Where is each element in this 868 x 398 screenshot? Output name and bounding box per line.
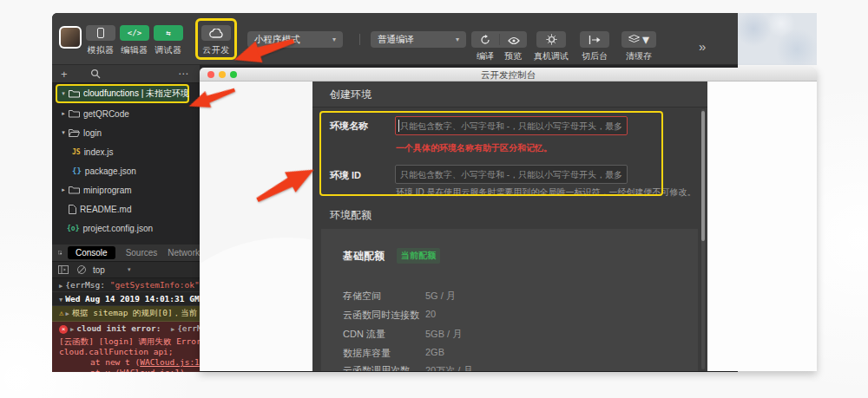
eye-icon [508,36,520,45]
tree-item-label: miniprogram [83,186,132,195]
log-error-head[interactable]: ×▶cloud init error: ▶{errMsg: [52,322,200,336]
desktop-texture [738,13,817,65]
caret-right-icon: ▸ [59,110,68,117]
minimize-button[interactable] [219,71,226,78]
switch-background-icon [589,36,601,44]
text-cursor [398,120,399,132]
compile-label: 编译 [471,50,499,62]
close-button[interactable] [207,71,214,78]
modal-scrollbar[interactable] [701,109,705,369]
caret-down-icon: ▾ [59,129,68,136]
config-file-icon: {o} [67,225,79,232]
compile-button[interactable] [471,34,499,45]
tab-sources[interactable]: Sources [126,248,158,258]
stack-line: [云函数] [login] 调用失败 Error: [52,336,200,346]
quota-section-title: 环境配额 [330,208,372,223]
quota-row: 云函数调用次数 20万次 / 月 [343,364,673,371]
modal-title: 创建环境 [312,82,707,108]
file-icon [69,205,76,214]
env-name-label: 环境名称 [330,120,368,133]
tree-item-packagejson[interactable]: {} package.json [52,161,200,180]
stack-line: cloud.callFunction api; [52,346,200,356]
window-titlebar[interactable]: 云开发控制台 [200,68,817,82]
toolbar-overflow-button[interactable]: » [699,39,704,54]
tree-item-label: login [83,128,102,138]
console-log-list: ▶{errMsg: "getSystemInfo:ok", ▼Wed Aug 1… [52,278,200,372]
tree-item-projectconfig[interactable]: {o} project.config.json [52,219,200,238]
compile-mode-select[interactable]: 普通编译 ▾ [371,31,466,48]
cloud-console-window: 云开发控制台 创建环境 环境名称 一个具体的环境名称有助于区分和记忆。 环境 I… [200,68,817,371]
chevron-down-icon: ▾ [456,36,459,43]
quota-row: CDN 流量 5GB / 月 [343,328,673,341]
log-sysinfo[interactable]: ▶{errMsg: "getSystemInfo:ok", [52,278,200,292]
folder-icon [69,109,80,118]
add-file-button[interactable]: + [61,68,68,81]
debugger-label: 调试器 [149,44,187,56]
context-select[interactable]: top [93,265,105,275]
file-tree: ▾ cloudfunctions | 未指定环境 ▸ getQRCode ▾ l… [52,83,200,238]
error-icon: × [59,325,68,334]
compile-preview-group [471,31,527,48]
stack-line: at u (WACloud.js:1) [52,367,200,372]
search-icon[interactable] [90,69,101,79]
quota-plan-row: 基础配额 当前配额 [343,248,440,264]
zoom-button[interactable] [230,71,237,78]
preview-button[interactable] [499,34,527,44]
current-quota-badge: 当前配额 [397,248,440,264]
tree-item-label: package.json [85,166,136,176]
scrollbar-thumb[interactable] [701,111,705,241]
phone-icon [97,28,104,38]
tree-item-login[interactable]: ▾ login [52,123,200,142]
env-id-label: 环境 ID [330,169,361,182]
simulator-button[interactable]: 模拟器 [82,13,120,56]
folder-icon [69,186,80,194]
source-link[interactable]: WACloud.js:1 [120,368,180,372]
tree-item-getqrcode[interactable]: ▸ getQRCode [52,104,200,123]
debugger-button[interactable]: ⇆ 调试器 [149,13,187,56]
devtools-tabbar: Console Sources Network [52,245,200,262]
env-name-helper: 一个具体的环境名称有助于区分和记忆。 [396,142,552,154]
editor-button[interactable]: </> 编辑器 [115,13,154,56]
preview-label: 预览 [499,50,527,62]
clear-console-icon[interactable] [77,265,86,274]
avatar[interactable] [59,26,82,49]
log-string: "getSystemInfo:ok", [110,280,205,290]
explorer-more-button[interactable]: ⋯ [178,68,189,80]
source-link[interactable]: WACloud.js:1 [140,357,200,367]
caret-right-icon: ▸ [59,186,68,193]
tree-item-indexjs[interactable]: JS index.js [52,142,200,161]
log-text: cloud init error: [76,323,161,333]
quota-panel: 基础配额 当前配额 存储空间 5G / 月 云函数同时连接数 20 CDN 流量… [321,229,698,371]
traffic-lights [207,71,237,78]
js-file-icon: JS [72,148,81,156]
panes-icon[interactable] [58,265,69,274]
simulator-label: 模拟器 [82,44,120,56]
device-debug-label: 真机调试 [530,50,572,62]
background-switch-button[interactable] [580,31,609,48]
compile-select-value: 普通编译 [378,34,414,46]
inspect-cursor-icon[interactable] [58,248,62,258]
tree-item-cloudfunctions[interactable]: ▾ cloudfunctions | 未指定环境 [56,84,189,103]
screenshot-canvas: 模拟器 </> 编辑器 ⇆ 调试器 云开发 小程序模式 [0,0,868,398]
device-debug-button[interactable] [536,31,566,48]
swap-icon: ⇆ [166,29,170,37]
refresh-icon [480,35,490,45]
code-icon: </> [128,29,141,37]
tree-item-readme[interactable]: README.md [52,199,200,219]
expand-caret-icon: ▶ [171,326,174,333]
ide-toolbar: 模拟器 </> 编辑器 ⇆ 调试器 云开发 小程序模式 [52,13,738,65]
env-id-input[interactable] [395,165,628,184]
tab-console[interactable]: Console [68,246,115,259]
console-filter-bar: top ▾ [52,262,200,278]
log-timestamp-group[interactable]: ▼Wed Aug 14 2019 14:01:31 GMT+0 [52,292,200,306]
env-id-helper: 环境 ID 是在使用云服务时需要用到的全局唯一标识符，一经创建便不可修改。 [396,186,696,199]
log-warning[interactable]: ⚠▶根据 sitemap 的规则[0]，当前 [52,306,200,322]
tab-network[interactable]: Network [168,248,200,258]
env-name-input[interactable] [395,116,628,135]
clear-cache-button[interactable]: ▾ [621,31,656,48]
layers-icon [628,35,640,44]
devtools-panel: Console Sources Network top ▾ ▶{errMsg: … [52,245,200,372]
tree-item-miniprogram[interactable]: ▸ miniprogram [52,180,200,199]
quota-row: 数据库容量 2GB [343,347,673,360]
cloud-dev-button[interactable]: 云开发 [197,13,235,56]
